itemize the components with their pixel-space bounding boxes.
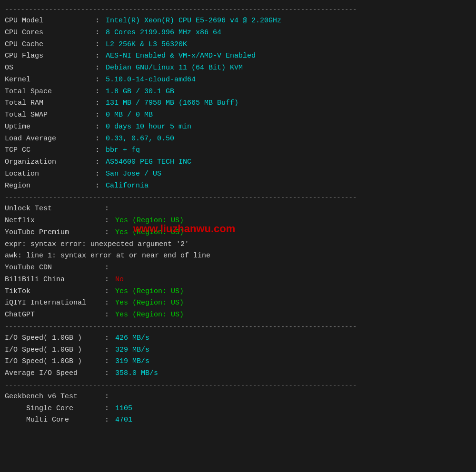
row-label: TikTok (5, 286, 105, 298)
row-label: Total RAM (5, 98, 95, 109)
row-colon: : (95, 50, 104, 62)
info-row: Single Core: 1105 (5, 403, 471, 415)
row-colon: : (105, 227, 113, 239)
info-row: OS: Debian GNU/Linux 11 (64 Bit) KVM (5, 62, 471, 74)
row-value: 8 Cores 2199.996 MHz x86_64 (106, 27, 221, 39)
row-label: Region (5, 180, 95, 192)
row-label: I/O Speed( 1.0GB ) (5, 333, 105, 344)
info-row: CPU Cache: L2 256K & L3 56320K (5, 39, 471, 51)
row-colon: : (95, 180, 104, 192)
info-row: Kernel: 5.10.0-14-cloud-amd64 (5, 74, 471, 86)
info-row: TikTok: Yes (Region: US) (5, 286, 471, 298)
row-value: Debian GNU/Linux 11 (64 Bit) KVM (106, 62, 243, 74)
info-row: Uptime: 0 days 10 hour 5 min (5, 121, 471, 133)
row-value: AES-NI Enabled & VM-x/AMD-V Enabled (106, 50, 256, 62)
row-colon: : (105, 356, 113, 368)
row-value: Intel(R) Xeon(R) CPU E5-2696 v4 @ 2.20GH… (106, 15, 281, 27)
row-colon: : (105, 274, 113, 286)
row-label: I/O Speed( 1.0GB ) (5, 356, 105, 368)
row-colon: : (95, 15, 104, 27)
row-label: Uptime (5, 121, 95, 133)
info-row: ChatGPT: Yes (Region: US) (5, 309, 471, 321)
row-label: iQIYI International (5, 297, 105, 309)
row-colon: : (95, 121, 104, 133)
row-label: Single Core (5, 403, 105, 415)
row-value: No (115, 274, 124, 286)
row-value: 1105 (115, 403, 132, 415)
row-colon: : (105, 262, 113, 274)
row-value: Yes (Region: US) (115, 297, 184, 309)
row-value: 0 days 10 hour 5 min (106, 121, 191, 133)
row-colon: : (105, 414, 113, 426)
row-label: Netflix (5, 215, 105, 227)
row-label: OS (5, 62, 95, 74)
divider-2: ----------------------------------------… (5, 194, 471, 201)
row-label: BiliBili China (5, 274, 105, 286)
row-label: Total Space (5, 86, 95, 98)
info-row: Region: California (5, 180, 471, 192)
row-colon: : (95, 86, 104, 98)
error-line: expr: syntax error: unexpected argument … (5, 239, 471, 251)
row-value: 131 MB / 7958 MB (1665 MB Buff) (106, 98, 238, 109)
info-row: Location: San Jose / US (5, 168, 471, 180)
row-colon: : (95, 109, 104, 121)
info-row: YouTube Premium: Yes (Region: US) (5, 227, 471, 239)
row-colon: : (105, 344, 113, 356)
info-row: Load Average: 0.33, 0.67, 0.50 (5, 133, 471, 145)
info-row: BiliBili China: No (5, 274, 471, 286)
top-divider: ----------------------------------------… (5, 6, 471, 13)
info-row: Geekbench v6 Test: (5, 391, 471, 403)
info-row: CPU Cores: 8 Cores 2199.996 MHz x86_64 (5, 27, 471, 39)
row-colon: : (95, 133, 104, 145)
info-row: Total Space: 1.8 GB / 30.1 GB (5, 86, 471, 98)
row-label: CPU Cores (5, 27, 95, 39)
row-value: San Jose / US (106, 168, 161, 180)
geekbench-section: Geekbench v6 Test: Single Core: 1105 Mul… (5, 391, 471, 426)
row-label: CPU Flags (5, 50, 95, 62)
row-colon: : (95, 39, 104, 51)
row-value: 329 MB/s (115, 344, 149, 356)
info-row: Netflix: Yes (Region: US) (5, 215, 471, 227)
info-row: I/O Speed( 1.0GB ): 319 MB/s (5, 356, 471, 368)
info-row: Average I/O Speed: 358.0 MB/s (5, 368, 471, 380)
row-label: TCP CC (5, 145, 95, 157)
info-row: Multi Core: 4701 (5, 414, 471, 426)
info-row: TCP CC: bbr + fq (5, 145, 471, 157)
info-row: CPU Model: Intel(R) Xeon(R) CPU E5-2696 … (5, 15, 471, 27)
row-label: Multi Core (5, 414, 105, 426)
info-row: Organization: AS54600 PEG TECH INC (5, 157, 471, 168)
row-value: bbr + fq (106, 145, 140, 157)
row-colon: : (95, 98, 104, 109)
row-colon: : (105, 368, 113, 380)
row-colon: : (105, 215, 113, 227)
row-label: Geekbench v6 Test (5, 391, 105, 403)
row-colon: : (95, 62, 104, 74)
error-line: awk: line 1: syntax error at or near end… (5, 250, 471, 262)
divider-3: ----------------------------------------… (5, 323, 471, 331)
system-info-section: CPU Model: Intel(R) Xeon(R) CPU E5-2696 … (5, 15, 471, 192)
row-colon: : (95, 27, 104, 39)
unlock-section: Unlock Test: Netflix: Yes (Region: US)Yo… (5, 203, 471, 321)
info-row: iQIYI International: Yes (Region: US) (5, 297, 471, 309)
row-label: Load Average (5, 133, 95, 145)
row-colon: : (95, 168, 104, 180)
info-row: Total RAM: 131 MB / 7958 MB (1665 MB Buf… (5, 98, 471, 109)
row-value: Yes (Region: US) (115, 309, 184, 321)
row-label: Location (5, 168, 95, 180)
row-colon: : (105, 309, 113, 321)
info-row: I/O Speed( 1.0GB ): 329 MB/s (5, 344, 471, 356)
row-colon: : (95, 74, 104, 86)
row-value: California (106, 180, 149, 192)
divider-4: ----------------------------------------… (5, 382, 471, 389)
row-value: 426 MB/s (115, 333, 149, 344)
row-colon: : (105, 297, 113, 309)
row-colon: : (105, 203, 113, 215)
row-value: AS54600 PEG TECH INC (106, 157, 191, 168)
row-value: Yes (Region: US) (115, 286, 184, 298)
row-colon: : (105, 286, 113, 298)
row-value: 5.10.0-14-cloud-amd64 (106, 74, 196, 86)
row-colon: : (105, 391, 113, 403)
row-label: I/O Speed( 1.0GB ) (5, 344, 105, 356)
row-value: 319 MB/s (115, 356, 149, 368)
row-colon: : (105, 333, 113, 344)
